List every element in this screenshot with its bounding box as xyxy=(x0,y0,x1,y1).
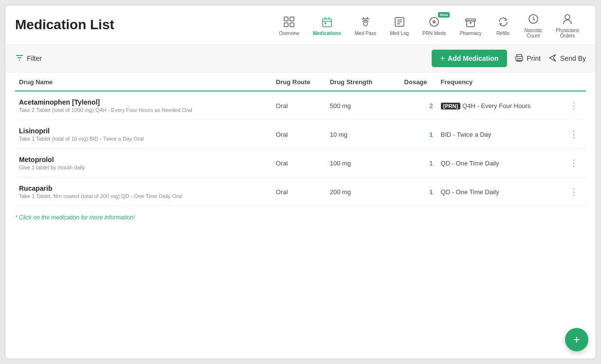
drug-strength: 100 mg xyxy=(326,149,390,178)
nav-item-med-log[interactable]: Med Log xyxy=(383,8,416,42)
drug-route: Oral xyxy=(272,149,326,178)
print-button[interactable]: Print xyxy=(515,54,541,64)
drug-name: Metoprolol xyxy=(19,156,268,164)
row-menu-button[interactable]: ⋮ xyxy=(565,184,582,199)
add-icon: + xyxy=(440,54,445,63)
print-label: Print xyxy=(527,55,541,62)
add-label: Add Medication xyxy=(448,55,498,62)
actions-cell: ⋮ xyxy=(562,178,586,206)
filter-label: Filter xyxy=(27,55,42,62)
col-dosage: Dosage xyxy=(390,73,437,91)
nav-label-physicians-orders: PhysiciansOrders xyxy=(556,28,579,38)
col-drug-route: Drug Route xyxy=(272,73,326,91)
actions-cell: ⋮ xyxy=(562,120,586,149)
dosage-link[interactable]: 1 xyxy=(429,131,433,138)
frequency-cell: BID - Twice a Day xyxy=(437,120,562,149)
filter-icon xyxy=(15,54,24,64)
svg-rect-2 xyxy=(284,23,288,27)
drug-name: Rucaparib xyxy=(19,184,268,192)
dosage-cell: 1 xyxy=(390,178,437,206)
drug-name: Lisinopril xyxy=(19,127,268,135)
actions-cell: ⋮ xyxy=(562,91,586,120)
drug-name-cell: Metoprolol Give 1 tablet by mouth daily xyxy=(15,149,272,178)
row-menu-button[interactable]: ⋮ xyxy=(565,98,582,113)
table-row[interactable]: Metoprolol Give 1 tablet by mouth daily … xyxy=(15,149,586,178)
dosage-cell: 2 xyxy=(390,91,437,120)
dosage-link[interactable]: 1 xyxy=(429,188,433,196)
nav-label-pharmacy: Pharmacy xyxy=(459,31,481,36)
nav-item-prn-meds[interactable]: New PRN Meds xyxy=(416,8,453,42)
nav-label-overview: Overview xyxy=(279,31,299,36)
nav-item-physicians-orders[interactable]: PhysiciansOrders xyxy=(549,5,586,44)
svg-rect-4 xyxy=(323,19,331,27)
med-pass-icon xyxy=(358,14,373,30)
drug-route: Oral xyxy=(272,91,326,120)
svg-point-9 xyxy=(565,15,570,19)
send-icon xyxy=(548,54,557,64)
add-medication-button[interactable]: + Add Medication xyxy=(432,50,508,67)
sendby-label: Send By xyxy=(560,55,586,62)
top-nav: Medication List Overview xyxy=(5,5,596,45)
new-badge: New xyxy=(438,12,450,18)
medication-table: Drug Name Drug Route Drug Strength Dosag… xyxy=(15,73,586,206)
frequency-cell: QD - One Time Daily xyxy=(437,149,562,178)
dosage-cell: 1 xyxy=(390,120,437,149)
drug-desc: Take 1 Tablet, film coated (total of 200… xyxy=(19,193,268,199)
med-log-icon xyxy=(392,14,407,30)
table-header-row: Drug Name Drug Route Drug Strength Dosag… xyxy=(15,73,586,91)
fab-button[interactable]: + xyxy=(565,328,588,351)
drug-strength: 500 mg xyxy=(326,91,390,120)
drug-name-cell: Acetaminophen [Tylenol] Take 2 Tablet (t… xyxy=(15,91,272,120)
overview-icon xyxy=(281,14,297,30)
drug-name-cell: Rucaparib Take 1 Tablet, film coated (to… xyxy=(15,178,272,206)
drug-name-cell: Lisinopril Take 1 Tablet (total of 10 mg… xyxy=(15,120,272,149)
drug-desc: Take 1 Tablet (total of 10 mg) BID - Twi… xyxy=(19,136,268,142)
row-menu-button[interactable]: ⋮ xyxy=(565,156,582,170)
table-row[interactable]: Lisinopril Take 1 Tablet (total of 10 mg… xyxy=(15,120,586,149)
prn-badge: [PRN] xyxy=(441,103,461,109)
narcotic-count-icon xyxy=(526,11,541,27)
print-icon xyxy=(515,54,524,64)
drug-strength: 10 mg xyxy=(326,120,390,149)
table-row[interactable]: Acetaminophen [Tylenol] Take 2 Tablet (t… xyxy=(15,91,586,120)
nav-item-refills[interactable]: Refills xyxy=(489,8,518,42)
svg-rect-3 xyxy=(290,23,294,27)
send-by-button[interactable]: Send By xyxy=(548,54,586,64)
toolbar: Filter + Add Medication Print xyxy=(5,45,596,73)
frequency-cell: [PRN]Q4H - Every Four Hours xyxy=(437,91,562,120)
drug-desc: Give 1 tablet by mouth daily xyxy=(19,164,268,170)
info-note: * Click on the medication for more infor… xyxy=(15,214,586,221)
nav-item-med-pass[interactable]: Med Pass xyxy=(348,8,383,42)
col-drug-strength: Drug Strength xyxy=(326,73,390,91)
col-actions xyxy=(562,73,586,91)
nav-label-refills: Refills xyxy=(496,31,510,36)
drug-route: Oral xyxy=(272,178,326,206)
table-row[interactable]: Rucaparib Take 1 Tablet, film coated (to… xyxy=(15,178,586,206)
filter-button[interactable]: Filter xyxy=(15,54,42,64)
refills-icon xyxy=(495,14,511,30)
nav-label-prn-meds: PRN Meds xyxy=(422,31,446,36)
actions-cell: ⋮ xyxy=(562,149,586,178)
drug-strength: 200 mg xyxy=(326,178,390,206)
svg-rect-0 xyxy=(284,17,288,21)
drug-desc: Take 2 Tablet (total of 1000 mg) Q4H - E… xyxy=(19,107,268,113)
frequency-cell: QD - One Time Daily xyxy=(437,178,562,206)
nav-label-medications: Medications xyxy=(313,31,341,36)
medications-icon xyxy=(319,14,335,30)
nav-item-narcotic-count[interactable]: NarcoticCount xyxy=(518,5,549,44)
col-frequency: Frequency xyxy=(437,73,562,91)
nav-item-pharmacy[interactable]: Pharmacy xyxy=(453,8,488,42)
nav-item-overview[interactable]: Overview xyxy=(272,8,306,42)
nav-label-med-pass: Med Pass xyxy=(355,31,376,36)
pharmacy-icon xyxy=(463,14,478,30)
row-menu-button[interactable]: ⋮ xyxy=(565,127,582,142)
page-title: Medication List xyxy=(15,8,114,41)
drug-name: Acetaminophen [Tylenol] xyxy=(19,98,268,106)
nav-icons: Overview Medications xyxy=(272,5,586,44)
dosage-cell: 1 xyxy=(390,149,437,178)
nav-label-narcotic-count: NarcoticCount xyxy=(525,28,543,38)
nav-item-medications[interactable]: Medications xyxy=(306,8,348,42)
app-container: Medication List Overview xyxy=(5,5,596,359)
nav-label-med-log: Med Log xyxy=(390,31,409,36)
col-drug-name: Drug Name xyxy=(15,73,272,91)
